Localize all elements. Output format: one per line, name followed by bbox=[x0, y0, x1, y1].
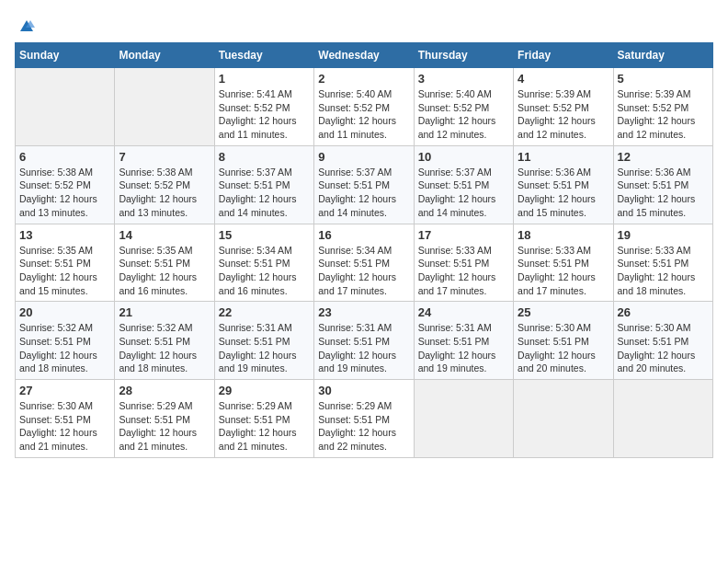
day-number: 12 bbox=[618, 150, 709, 164]
day-info: Sunrise: 5:41 AMSunset: 5:52 PMDaylight:… bbox=[219, 87, 310, 142]
calendar-cell: 27Sunrise: 5:30 AMSunset: 5:51 PMDayligh… bbox=[16, 380, 115, 458]
day-info: Sunrise: 5:38 AMSunset: 5:52 PMDaylight:… bbox=[19, 166, 110, 220]
calendar-cell: 15Sunrise: 5:34 AMSunset: 5:51 PMDayligh… bbox=[214, 224, 313, 302]
day-info: Sunrise: 5:38 AMSunset: 5:52 PMDaylight:… bbox=[119, 166, 210, 220]
day-number: 18 bbox=[518, 228, 609, 242]
day-info: Sunrise: 5:37 AMSunset: 5:51 PMDaylight:… bbox=[318, 166, 409, 220]
weekday-header: Monday bbox=[115, 43, 214, 68]
day-info: Sunrise: 5:37 AMSunset: 5:51 PMDaylight:… bbox=[418, 166, 509, 220]
calendar-cell: 26Sunrise: 5:30 AMSunset: 5:51 PMDayligh… bbox=[613, 302, 712, 380]
calendar-cell: 21Sunrise: 5:32 AMSunset: 5:51 PMDayligh… bbox=[115, 302, 214, 380]
calendar-cell: 10Sunrise: 5:37 AMSunset: 5:51 PMDayligh… bbox=[414, 145, 513, 224]
calendar-cell: 11Sunrise: 5:36 AMSunset: 5:51 PMDayligh… bbox=[514, 145, 613, 224]
day-number: 1 bbox=[219, 72, 310, 86]
weekday-header: Saturday bbox=[613, 43, 712, 68]
calendar-header-row: SundayMondayTuesdayWednesdayThursdayFrid… bbox=[16, 43, 713, 68]
calendar-cell: 5Sunrise: 5:39 AMSunset: 5:52 PMDaylight… bbox=[613, 68, 712, 146]
day-number: 9 bbox=[318, 150, 409, 164]
calendar-cell: 1Sunrise: 5:41 AMSunset: 5:52 PMDaylight… bbox=[214, 68, 313, 146]
calendar-cell: 29Sunrise: 5:29 AMSunset: 5:51 PMDayligh… bbox=[214, 380, 313, 458]
day-info: Sunrise: 5:32 AMSunset: 5:51 PMDaylight:… bbox=[19, 321, 110, 375]
day-info: Sunrise: 5:39 AMSunset: 5:52 PMDaylight:… bbox=[518, 87, 609, 142]
calendar-cell: 14Sunrise: 5:35 AMSunset: 5:51 PMDayligh… bbox=[115, 224, 214, 302]
calendar-cell: 9Sunrise: 5:37 AMSunset: 5:51 PMDaylight… bbox=[314, 145, 414, 224]
day-info: Sunrise: 5:30 AMSunset: 5:51 PMDaylight:… bbox=[518, 321, 609, 375]
day-info: Sunrise: 5:33 AMSunset: 5:51 PMDaylight:… bbox=[518, 244, 609, 298]
calendar-cell: 13Sunrise: 5:35 AMSunset: 5:51 PMDayligh… bbox=[16, 224, 115, 302]
calendar-cell: 6Sunrise: 5:38 AMSunset: 5:52 PMDaylight… bbox=[16, 145, 115, 224]
calendar-cell: 25Sunrise: 5:30 AMSunset: 5:51 PMDayligh… bbox=[514, 302, 613, 380]
calendar-cell: 8Sunrise: 5:37 AMSunset: 5:51 PMDaylight… bbox=[214, 145, 313, 224]
calendar-cell: 19Sunrise: 5:33 AMSunset: 5:51 PMDayligh… bbox=[613, 224, 712, 302]
calendar-cell: 4Sunrise: 5:39 AMSunset: 5:52 PMDaylight… bbox=[514, 68, 613, 146]
day-info: Sunrise: 5:30 AMSunset: 5:51 PMDaylight:… bbox=[19, 399, 110, 454]
day-number: 10 bbox=[418, 150, 509, 164]
day-number: 8 bbox=[219, 150, 310, 164]
calendar-week-row: 20Sunrise: 5:32 AMSunset: 5:51 PMDayligh… bbox=[16, 302, 713, 380]
day-info: Sunrise: 5:40 AMSunset: 5:52 PMDaylight:… bbox=[318, 87, 409, 142]
day-info: Sunrise: 5:35 AMSunset: 5:51 PMDaylight:… bbox=[19, 244, 110, 298]
day-number: 19 bbox=[618, 228, 709, 242]
day-number: 28 bbox=[119, 384, 210, 397]
day-number: 27 bbox=[19, 384, 110, 397]
calendar-cell: 2Sunrise: 5:40 AMSunset: 5:52 PMDaylight… bbox=[314, 68, 414, 146]
day-number: 23 bbox=[318, 305, 409, 319]
day-number: 2 bbox=[318, 72, 409, 86]
calendar-cell: 28Sunrise: 5:29 AMSunset: 5:51 PMDayligh… bbox=[115, 380, 214, 458]
day-number: 3 bbox=[418, 72, 509, 86]
day-info: Sunrise: 5:30 AMSunset: 5:51 PMDaylight:… bbox=[618, 321, 709, 375]
day-number: 13 bbox=[19, 228, 110, 242]
calendar-cell: 17Sunrise: 5:33 AMSunset: 5:51 PMDayligh… bbox=[414, 224, 513, 302]
day-info: Sunrise: 5:35 AMSunset: 5:51 PMDaylight:… bbox=[119, 244, 210, 298]
day-info: Sunrise: 5:29 AMSunset: 5:51 PMDaylight:… bbox=[119, 399, 210, 454]
day-number: 22 bbox=[219, 305, 310, 319]
day-info: Sunrise: 5:39 AMSunset: 5:52 PMDaylight:… bbox=[618, 87, 709, 142]
day-info: Sunrise: 5:34 AMSunset: 5:51 PMDaylight:… bbox=[318, 244, 409, 298]
weekday-header: Thursday bbox=[414, 43, 513, 68]
day-info: Sunrise: 5:36 AMSunset: 5:51 PMDaylight:… bbox=[518, 166, 609, 220]
calendar-cell bbox=[115, 68, 214, 146]
day-number: 29 bbox=[219, 384, 310, 397]
day-number: 11 bbox=[518, 150, 609, 164]
calendar-cell bbox=[514, 380, 613, 458]
calendar-cell: 23Sunrise: 5:31 AMSunset: 5:51 PMDayligh… bbox=[314, 302, 414, 380]
weekday-header: Wednesday bbox=[314, 43, 414, 68]
day-number: 14 bbox=[119, 228, 210, 242]
calendar-cell: 3Sunrise: 5:40 AMSunset: 5:52 PMDaylight… bbox=[414, 68, 513, 146]
calendar-cell: 12Sunrise: 5:36 AMSunset: 5:51 PMDayligh… bbox=[613, 145, 712, 224]
calendar-table: SundayMondayTuesdayWednesdayThursdayFrid… bbox=[15, 42, 713, 458]
calendar-cell bbox=[613, 380, 712, 458]
day-number: 25 bbox=[518, 305, 609, 319]
calendar-cell: 7Sunrise: 5:38 AMSunset: 5:52 PMDaylight… bbox=[115, 145, 214, 224]
calendar-week-row: 27Sunrise: 5:30 AMSunset: 5:51 PMDayligh… bbox=[16, 380, 713, 458]
logo-icon bbox=[17, 15, 37, 35]
day-info: Sunrise: 5:36 AMSunset: 5:51 PMDaylight:… bbox=[618, 166, 709, 220]
day-number: 30 bbox=[318, 384, 409, 397]
calendar-week-row: 1Sunrise: 5:41 AMSunset: 5:52 PMDaylight… bbox=[16, 68, 713, 146]
day-number: 26 bbox=[618, 305, 709, 319]
calendar-week-row: 13Sunrise: 5:35 AMSunset: 5:51 PMDayligh… bbox=[16, 224, 713, 302]
weekday-header: Sunday bbox=[16, 43, 115, 68]
day-info: Sunrise: 5:40 AMSunset: 5:52 PMDaylight:… bbox=[418, 87, 509, 142]
day-number: 4 bbox=[518, 72, 609, 86]
calendar-cell bbox=[16, 68, 115, 146]
day-info: Sunrise: 5:34 AMSunset: 5:51 PMDaylight:… bbox=[219, 244, 310, 298]
day-info: Sunrise: 5:31 AMSunset: 5:51 PMDaylight:… bbox=[318, 321, 409, 375]
calendar-cell: 20Sunrise: 5:32 AMSunset: 5:51 PMDayligh… bbox=[16, 302, 115, 380]
day-number: 6 bbox=[19, 150, 110, 164]
day-number: 5 bbox=[618, 72, 709, 86]
calendar-cell bbox=[414, 380, 513, 458]
logo bbox=[15, 15, 37, 35]
calendar-week-row: 6Sunrise: 5:38 AMSunset: 5:52 PMDaylight… bbox=[16, 145, 713, 224]
calendar-cell: 30Sunrise: 5:29 AMSunset: 5:51 PMDayligh… bbox=[314, 380, 414, 458]
day-number: 17 bbox=[418, 228, 509, 242]
calendar-cell: 24Sunrise: 5:31 AMSunset: 5:51 PMDayligh… bbox=[414, 302, 513, 380]
weekday-header: Tuesday bbox=[214, 43, 313, 68]
day-number: 7 bbox=[119, 150, 210, 164]
day-info: Sunrise: 5:31 AMSunset: 5:51 PMDaylight:… bbox=[418, 321, 509, 375]
calendar-cell: 18Sunrise: 5:33 AMSunset: 5:51 PMDayligh… bbox=[514, 224, 613, 302]
header bbox=[15, 15, 713, 35]
day-info: Sunrise: 5:32 AMSunset: 5:51 PMDaylight:… bbox=[119, 321, 210, 375]
day-info: Sunrise: 5:29 AMSunset: 5:51 PMDaylight:… bbox=[318, 399, 409, 454]
day-info: Sunrise: 5:37 AMSunset: 5:51 PMDaylight:… bbox=[219, 166, 310, 220]
